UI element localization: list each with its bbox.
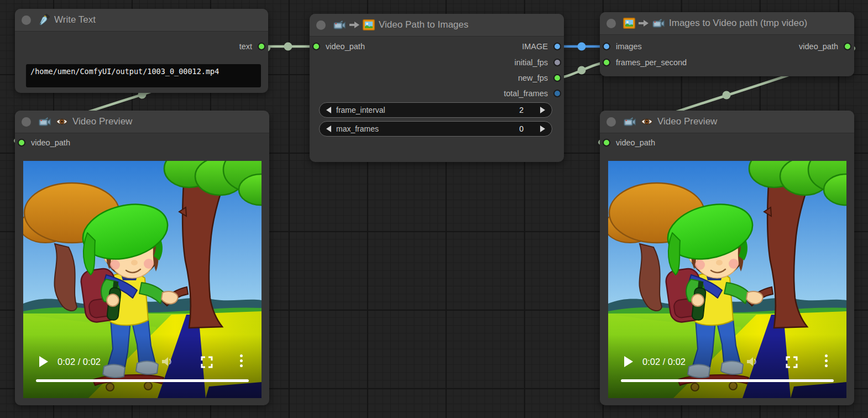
node-title: Video Preview bbox=[72, 116, 132, 127]
port-dot[interactable] bbox=[258, 43, 265, 50]
port-label: total_frames bbox=[504, 89, 548, 98]
widget-label: max_frames bbox=[336, 124, 379, 133]
video-player[interactable]: 0:02 / 0:02 bbox=[23, 161, 262, 398]
port-dot[interactable] bbox=[553, 43, 561, 50]
kebab-menu-icon[interactable] bbox=[240, 354, 243, 369]
port-label: text bbox=[239, 42, 252, 51]
link-midpoint-dot[interactable] bbox=[284, 43, 292, 51]
play-icon[interactable] bbox=[624, 356, 633, 367]
progress-bar[interactable] bbox=[36, 379, 249, 382]
port-dot[interactable] bbox=[844, 43, 851, 50]
kebab-menu-icon[interactable] bbox=[825, 354, 828, 369]
node-title: Write Text bbox=[54, 14, 96, 25]
framed-picture-icon bbox=[363, 19, 375, 30]
port-label: video_path bbox=[799, 42, 838, 51]
widget-max-frames[interactable]: max_frames 0 bbox=[319, 121, 552, 137]
widget-value: 0 bbox=[519, 124, 524, 133]
framed-picture-icon bbox=[623, 18, 635, 29]
port-dot[interactable] bbox=[603, 59, 610, 66]
collapse-dot[interactable] bbox=[606, 117, 616, 127]
input-port-video-path: video_path bbox=[603, 137, 655, 148]
node-header: Video Path to Images bbox=[310, 14, 564, 36]
node-header: Video Preview bbox=[15, 111, 269, 133]
widget-label: frame_interval bbox=[336, 106, 385, 114]
graph-canvas[interactable]: { "nodes": { "write_text": { "title": "W… bbox=[0, 0, 868, 418]
port-dot[interactable] bbox=[553, 74, 561, 82]
input-port-images: images bbox=[603, 41, 642, 52]
port-label: initial_fps bbox=[515, 58, 548, 67]
increment-arrow-icon[interactable] bbox=[540, 107, 545, 113]
port-label: new_fps bbox=[518, 74, 548, 82]
decrement-arrow-icon[interactable] bbox=[326, 126, 331, 132]
arrow-right-icon bbox=[349, 20, 360, 30]
input-port-video-path: video_path bbox=[18, 137, 70, 148]
time-display: 0:02 / 0:02 bbox=[57, 357, 101, 367]
eye-icon bbox=[55, 117, 69, 126]
movie-camera-icon bbox=[623, 116, 636, 127]
output-port-initial-fps: initial_fps bbox=[515, 57, 561, 68]
text-value-field[interactable]: /home/umen/ComfyUI/output/1003_0_00012.m… bbox=[26, 64, 261, 87]
video-player[interactable]: 0:02 / 0:02 bbox=[608, 161, 846, 398]
node-write-text[interactable]: Write Text text /home/umen/ComfyUI/outpu… bbox=[15, 9, 268, 93]
output-port-video-path: video_path bbox=[799, 41, 851, 52]
port-label: video_path bbox=[616, 138, 655, 147]
node-header: Write Text bbox=[15, 9, 268, 32]
port-dot[interactable] bbox=[603, 43, 610, 50]
output-port-image: IMAGE bbox=[522, 41, 561, 52]
decrement-arrow-icon[interactable] bbox=[326, 107, 331, 113]
collapse-dot[interactable] bbox=[606, 19, 616, 28]
movie-camera-icon bbox=[652, 18, 665, 29]
node-images-to-video-path[interactable]: Images to Video path (tmp video) images … bbox=[600, 12, 854, 76]
port-label: video_path bbox=[31, 138, 70, 147]
port-label: images bbox=[616, 42, 642, 51]
node-title: Video Preview bbox=[657, 116, 717, 127]
collapse-dot[interactable] bbox=[22, 117, 31, 127]
node-header: Images to Video path (tmp video) bbox=[600, 12, 854, 35]
movie-camera-icon bbox=[38, 116, 51, 127]
input-port-frames-per-second: frames_per_second bbox=[603, 57, 687, 68]
time-display: 0:02 / 0:02 bbox=[642, 357, 686, 367]
increment-arrow-icon[interactable] bbox=[540, 126, 545, 132]
widget-value: 2 bbox=[519, 106, 524, 114]
output-port-text: text bbox=[239, 41, 265, 52]
fullscreen-icon[interactable] bbox=[201, 356, 213, 368]
port-dot[interactable] bbox=[312, 43, 320, 50]
node-header: Video Preview bbox=[600, 111, 854, 133]
volume-icon[interactable] bbox=[160, 355, 174, 368]
volume-icon[interactable] bbox=[745, 355, 759, 368]
port-label: video_path bbox=[326, 42, 365, 51]
port-dot[interactable] bbox=[603, 139, 610, 147]
node-video-preview-right[interactable]: Video Preview video_path 0:02 / 0:02 bbox=[600, 111, 854, 405]
eye-icon bbox=[640, 117, 653, 126]
pen-icon bbox=[38, 14, 50, 26]
movie-camera-icon bbox=[333, 19, 346, 30]
port-label: frames_per_second bbox=[616, 58, 687, 67]
node-title: Video Path to Images bbox=[379, 19, 468, 30]
port-dot[interactable] bbox=[553, 90, 561, 97]
input-port-video-path: video_path bbox=[312, 41, 365, 52]
play-icon[interactable] bbox=[39, 356, 48, 367]
collapse-dot[interactable] bbox=[316, 20, 326, 30]
link-midpoint-dot[interactable] bbox=[578, 43, 586, 51]
collapse-dot[interactable] bbox=[22, 15, 31, 25]
port-dot[interactable] bbox=[553, 59, 561, 66]
port-label: IMAGE bbox=[522, 42, 548, 51]
output-port-total-frames: total_frames bbox=[504, 88, 561, 99]
port-dot[interactable] bbox=[18, 139, 25, 147]
link-midpoint-dot[interactable] bbox=[578, 66, 586, 75]
link-midpoint-dot[interactable] bbox=[723, 91, 731, 100]
output-port-new-fps: new_fps bbox=[518, 72, 561, 83]
progress-bar[interactable] bbox=[621, 379, 834, 382]
widget-frame-interval[interactable]: frame_interval 2 bbox=[319, 102, 552, 118]
node-video-preview-left[interactable]: Video Preview video_path 0:02 / 0:02 bbox=[15, 111, 269, 405]
node-video-path-to-images[interactable]: Video Path to Images video_path IMAGE in… bbox=[310, 14, 564, 162]
arrow-right-icon bbox=[638, 18, 649, 28]
fullscreen-icon[interactable] bbox=[786, 356, 798, 368]
node-title: Images to Video path (tmp video) bbox=[669, 18, 807, 29]
